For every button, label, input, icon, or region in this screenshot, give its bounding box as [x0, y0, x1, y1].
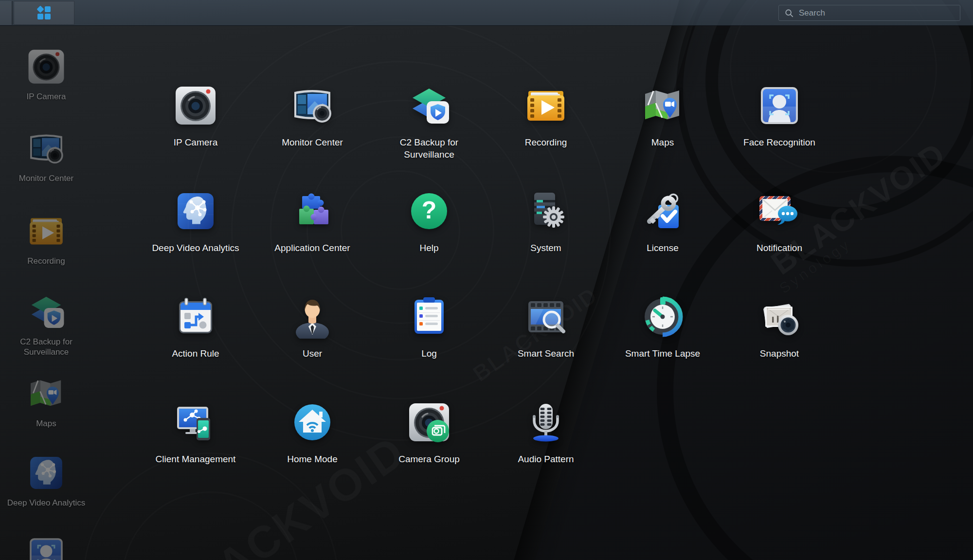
app-label: System: [499, 242, 594, 254]
search-input[interactable]: [798, 8, 954, 18]
sidebar-item-maps[interactable]: Maps: [0, 374, 92, 429]
app-label: Maps: [615, 136, 710, 148]
app-label: Home Mode: [265, 453, 360, 465]
sidebar-item-label: Deep Video Analytics: [0, 498, 92, 508]
sidebar-item-c2-backup[interactable]: C2 Backup for Surveillance: [0, 292, 92, 357]
app-application-center[interactable]: Application Center: [254, 189, 371, 254]
app-ip-camera[interactable]: IP Camera: [137, 84, 254, 148]
app-label: Help: [382, 242, 477, 254]
app-license[interactable]: License: [604, 189, 721, 254]
ip-camera-icon: [174, 84, 217, 127]
recording-icon: [27, 212, 66, 251]
main-menu-button[interactable]: [14, 1, 74, 25]
app-system[interactable]: System: [487, 189, 604, 254]
notification-icon: [757, 189, 801, 233]
app-monitor-center[interactable]: Monitor Center: [254, 84, 371, 148]
app-label: Client Management: [148, 453, 243, 465]
app-action-rule[interactable]: Action Rule: [137, 295, 254, 360]
app-audio-pattern[interactable]: Audio Pattern: [487, 400, 604, 465]
app-label: Camera Group: [382, 453, 477, 465]
smart-search-icon: [524, 295, 568, 339]
app-label: Face Recognition: [732, 136, 827, 148]
c2-backup-icon: [27, 292, 66, 331]
help-icon: [407, 189, 451, 233]
action-rule-icon: [174, 295, 217, 339]
app-log[interactable]: Log: [371, 295, 487, 360]
face-recognition-icon: [757, 84, 801, 127]
sidebar-item-label: Monitor Center: [0, 173, 92, 183]
app-label: Deep Video Analytics: [148, 242, 243, 254]
app-label: Recording: [499, 136, 594, 148]
application-center-icon: [290, 189, 334, 233]
app-c2-backup[interactable]: C2 Backup for Surveillance: [371, 84, 487, 161]
apps-grid-icon: [37, 6, 51, 19]
face-recognition-icon: [27, 535, 66, 560]
app-camera-group[interactable]: Camera Group: [371, 400, 487, 465]
app-label: Log: [382, 347, 477, 360]
camera-group-icon: [407, 400, 451, 444]
monitor-center-icon: [27, 129, 66, 168]
app-smart-time-lapse[interactable]: Smart Time Lapse: [604, 295, 721, 360]
app-label: Smart Search: [499, 347, 594, 360]
app-user[interactable]: User: [254, 295, 371, 360]
sidebar-item-recording[interactable]: Recording: [0, 212, 92, 266]
app-label: Notification: [732, 242, 827, 254]
search-box[interactable]: [778, 5, 960, 21]
app-label: Smart Time Lapse: [615, 347, 710, 360]
app-label: Audio Pattern: [499, 453, 594, 465]
app-label: Application Center: [265, 242, 360, 254]
app-label: User: [265, 347, 360, 360]
app-label: C2 Backup for Surveillance: [382, 136, 477, 161]
top-bar: [0, 0, 973, 26]
app-maps[interactable]: Maps: [604, 84, 721, 148]
sidebar-item-monitor-center[interactable]: Monitor Center: [0, 129, 92, 183]
app-face-recognition[interactable]: Face Recognition: [721, 84, 838, 148]
app-label: Action Rule: [148, 347, 243, 360]
app-notification[interactable]: Notification: [721, 189, 838, 254]
user-icon: [290, 295, 334, 339]
app-help[interactable]: Help: [371, 189, 487, 254]
sidebar-item-label: C2 Backup for Surveillance: [0, 337, 92, 357]
sidebar-item-face-recognition[interactable]: Face Recognition: [0, 535, 92, 560]
c2-backup-icon: [407, 84, 451, 127]
app-client-management[interactable]: Client Management: [137, 400, 254, 465]
home-mode-icon: [290, 400, 334, 444]
app-recording[interactable]: Recording: [487, 84, 604, 148]
monitor-center-icon: [290, 84, 334, 127]
system-icon: [524, 189, 568, 233]
sidebar-item-label: Recording: [0, 256, 92, 266]
maps-icon: [641, 84, 685, 127]
deep-video-analytics-icon: [27, 453, 66, 492]
app-label: Monitor Center: [265, 136, 360, 148]
log-icon: [407, 295, 451, 339]
ip-camera-icon: [27, 47, 66, 86]
app-home-mode[interactable]: Home Mode: [254, 400, 371, 465]
app-snapshot[interactable]: Snapshot: [721, 295, 838, 360]
app-label: License: [615, 242, 710, 254]
license-icon: [641, 189, 685, 233]
client-management-icon: [174, 400, 217, 444]
app-label: IP Camera: [148, 136, 243, 148]
sidebar-item-ip-camera[interactable]: IP Camera: [0, 47, 92, 102]
search-icon: [785, 9, 793, 18]
app-smart-search[interactable]: Smart Search: [487, 295, 604, 360]
app-label: Snapshot: [732, 347, 827, 360]
audio-pattern-icon: [524, 400, 568, 444]
app-deep-video-analytics[interactable]: Deep Video Analytics: [137, 189, 254, 254]
sidebar-item-label: IP Camera: [0, 91, 92, 102]
deep-video-analytics-icon: [174, 189, 217, 233]
snapshot-icon: [757, 295, 801, 339]
smart-time-lapse-icon: [641, 295, 685, 339]
sidebar-item-deep-video-analytics[interactable]: Deep Video Analytics: [0, 453, 92, 508]
recording-icon: [524, 84, 568, 127]
sidebar-item-label: Maps: [0, 418, 92, 429]
maps-icon: [27, 374, 66, 413]
partial-toolbar-button[interactable]: [0, 1, 13, 25]
